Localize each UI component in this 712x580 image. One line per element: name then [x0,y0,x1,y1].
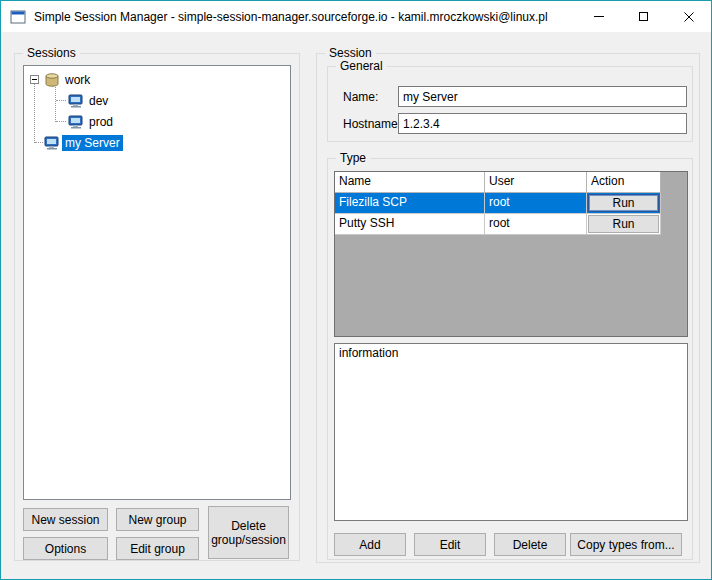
delete-button[interactable]: Delete [494,533,566,556]
new-group-button[interactable]: New group [116,508,199,531]
type-groupbox-label: Type [336,151,370,166]
information-box[interactable]: information [334,343,688,521]
run-button[interactable]: Run [588,194,659,212]
session-groupbox: Session General Name: Hostname: Type Nam… [316,53,700,563]
grid-cell-action: Run [587,193,661,214]
new-session-button[interactable]: New session [23,508,108,531]
caption-buttons [576,1,711,32]
hostname-label: Hostname: [343,117,401,131]
grid-header-row: Name User Action [335,172,687,193]
name-label: Name: [343,90,378,104]
grid-cell-user[interactable]: root [485,214,587,235]
tree-node-label[interactable]: my Server [62,135,123,151]
close-button-icon[interactable] [666,1,711,32]
tree-node-my-server[interactable]: my Server [24,132,290,153]
delete-group-session-button[interactable]: Delete group/session [208,506,289,559]
window-title: Simple Session Manager - simple-session-… [34,10,548,24]
options-button[interactable]: Options [23,537,108,560]
sessions-tree: work dev [23,65,291,500]
grid-row-putty[interactable]: Putty SSH root Run [335,214,687,235]
add-button[interactable]: Add [334,533,406,556]
sessions-groupbox: Sessions work [14,53,300,561]
grid-cell-user[interactable]: root [485,193,587,214]
session-computer-icon [68,114,84,130]
tree-node-work[interactable]: work [24,69,290,90]
tree-node-label[interactable]: prod [86,114,116,130]
minimize-button-icon[interactable] [576,1,621,32]
types-grid: Name User Action Filezilla SCP root Run … [334,171,688,337]
sessions-groupbox-label: Sessions [23,46,80,61]
grid-header-name[interactable]: Name [335,172,485,193]
group-icon [44,72,60,88]
tree-node-label[interactable]: dev [86,93,111,109]
app-window: Simple Session Manager - simple-session-… [0,0,712,580]
general-groupbox-label: General [336,59,387,74]
grid-header-action[interactable]: Action [587,172,661,193]
maximize-button-icon[interactable] [621,1,666,32]
collapse-minus-icon[interactable] [30,75,39,84]
edit-group-button[interactable]: Edit group [116,537,199,560]
grid-cell-name[interactable]: Filezilla SCP [335,193,485,214]
run-button[interactable]: Run [588,215,659,233]
grid-cell-name[interactable]: Putty SSH [335,214,485,235]
tree-node-dev[interactable]: dev [24,90,290,111]
app-icon[interactable] [10,9,26,25]
session-computer-icon [68,93,84,109]
edit-button[interactable]: Edit [414,533,486,556]
grid-header-user[interactable]: User [485,172,587,193]
session-computer-icon [44,135,60,151]
hostname-input[interactable] [398,113,687,134]
name-input[interactable] [398,86,687,107]
tree-node-prod[interactable]: prod [24,111,290,132]
copy-types-from-button[interactable]: Copy types from... [570,533,682,556]
grid-cell-action: Run [587,214,661,235]
type-groupbox: Type Name User Action Filezilla SCP root… [327,158,693,560]
titlebar[interactable]: Simple Session Manager - simple-session-… [1,1,711,32]
general-groupbox: General Name: Hostname: [327,66,693,142]
tree-node-label[interactable]: work [62,72,93,88]
grid-row-filezilla[interactable]: Filezilla SCP root Run [335,193,687,214]
